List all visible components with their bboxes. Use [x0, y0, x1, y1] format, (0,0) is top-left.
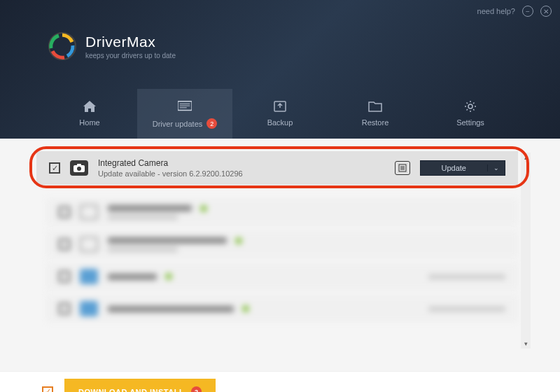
svg-point-8 — [77, 167, 81, 171]
window-controls: need help? − ✕ — [477, 6, 552, 17]
tab-settings[interactable]: Settings — [423, 89, 518, 139]
device-icon — [80, 301, 98, 316]
svg-rect-9 — [77, 164, 81, 166]
tab-driver-updates[interactable]: Driver updates 2 — [137, 89, 232, 139]
tab-updates-label: Driver updates — [153, 120, 203, 128]
driver-list: ✓ Integrated Camera Update available - v… — [0, 139, 560, 371]
backup-icon — [273, 100, 287, 113]
tab-settings-label: Settings — [456, 118, 484, 127]
tab-restore[interactable]: Restore — [328, 89, 423, 139]
driver-name: Integrated Camera — [98, 158, 385, 168]
help-link[interactable]: need help? — [477, 7, 515, 15]
details-icon[interactable] — [395, 161, 410, 175]
update-button-label: Update — [421, 164, 487, 172]
driver-checkbox[interactable] — [59, 239, 70, 250]
device-icon — [80, 269, 98, 284]
driver-checkbox[interactable] — [59, 303, 70, 314]
svg-point-6 — [468, 104, 472, 108]
app-logo-icon — [48, 31, 77, 61]
tab-restore-label: Restore — [362, 118, 389, 127]
audio-icon — [80, 237, 98, 252]
tab-backup-label: Backup — [267, 118, 293, 127]
app-tagline: keeps your drivers up to date — [85, 52, 176, 59]
driver-row-highlighted[interactable]: ✓ Integrated Camera Update available - v… — [36, 151, 518, 185]
driver-checkbox[interactable]: ✓ — [49, 162, 60, 174]
driver-row-blurred — [46, 263, 518, 290]
driver-checkbox[interactable] — [59, 271, 70, 282]
updates-badge: 2 — [206, 118, 217, 129]
app-header: need help? − ✕ DriverMax keeps your driv… — [0, 0, 560, 139]
driver-status: Update available - version 6.2.9200.1029… — [98, 169, 385, 178]
tab-home-label: Home — [79, 118, 99, 127]
main-tabs: Home Driver updates 2 Backup Restore — [0, 89, 560, 139]
tab-home[interactable]: Home — [42, 89, 137, 139]
updates-icon — [178, 100, 192, 113]
camera-icon — [70, 160, 88, 176]
brand: DriverMax keeps your drivers up to date — [48, 31, 176, 61]
driver-row-blurred — [46, 295, 518, 322]
scroll-down-icon[interactable]: ▾ — [521, 340, 531, 347]
tab-backup[interactable]: Backup — [232, 89, 328, 139]
app-title: DriverMax — [85, 34, 176, 50]
scroll-up-icon[interactable]: ▴ — [521, 154, 531, 161]
download-install-button[interactable]: DOWNLOAD AND INSTALL 2 — [64, 379, 216, 392]
minimize-button[interactable]: − — [522, 6, 533, 17]
close-button[interactable]: ✕ — [540, 6, 552, 17]
settings-icon — [463, 100, 477, 113]
update-button[interactable]: Update ⌄ — [420, 160, 505, 176]
restore-icon — [368, 100, 382, 113]
download-button-label: DOWNLOAD AND INSTALL — [78, 388, 184, 393]
monitor-icon — [80, 204, 98, 220]
download-badge: 2 — [191, 386, 202, 392]
driver-row-blurred — [46, 199, 518, 225]
bottom-action-bar: ✓ DOWNLOAD AND INSTALL 2 — [0, 371, 560, 392]
scrollbar[interactable]: ▴ ▾ — [521, 153, 531, 349]
driver-row-blurred — [46, 231, 518, 258]
select-all-checkbox[interactable]: ✓ — [42, 386, 53, 393]
driver-checkbox[interactable] — [59, 206, 70, 218]
home-icon — [83, 100, 97, 113]
chevron-down-icon[interactable]: ⌄ — [487, 164, 505, 172]
